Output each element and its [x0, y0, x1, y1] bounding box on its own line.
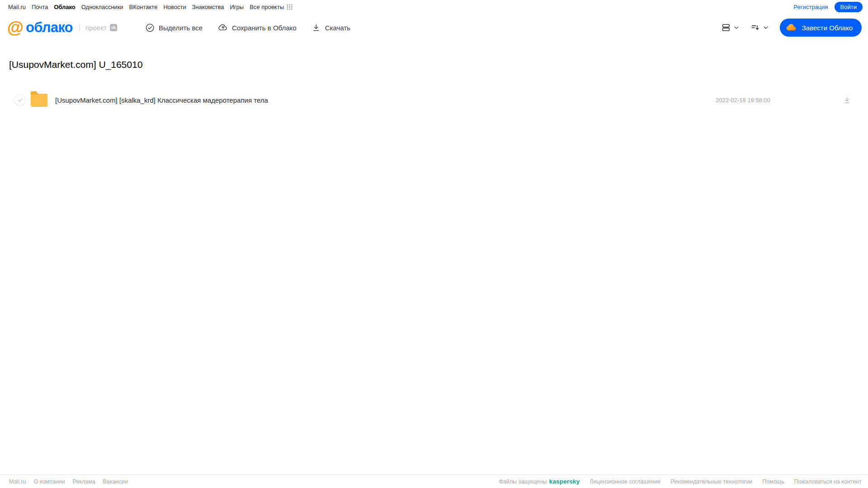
logo-divider: |	[79, 23, 81, 32]
topnav-link-igry[interactable]: Игры	[230, 4, 244, 10]
select-all-label: Выделить все	[159, 24, 203, 32]
vk-badge-icon: vk	[110, 24, 117, 31]
file-name-link[interactable]: [UsupovMarket.com] [skalka_krd] Классиче…	[55, 96, 268, 104]
report-content-link[interactable]: Пожаловаться на контент	[794, 479, 862, 485]
download-icon	[312, 23, 321, 32]
create-cloud-button[interactable]: Завести Облако	[780, 19, 862, 37]
topnav-link-vkontakte[interactable]: ВКонтакте	[129, 4, 158, 10]
protected-by-label: Файлы защищены	[499, 479, 547, 485]
save-to-cloud-label: Сохранить в Облако	[232, 24, 297, 32]
help-link[interactable]: Помощь	[762, 479, 784, 485]
download-label: Скачать	[325, 24, 350, 32]
topnav-link-oblako[interactable]: Облако	[54, 4, 76, 10]
sort-dropdown[interactable]	[750, 23, 769, 33]
topnav-link-vse-proekty[interactable]: Все проекты	[250, 4, 284, 10]
view-mode-icon	[721, 23, 731, 33]
check-circle-icon	[145, 23, 155, 33]
cloud-logo[interactable]: @ облако | проект vk	[7, 19, 117, 36]
save-to-cloud-button[interactable]: Сохранить в Облако	[218, 23, 297, 33]
file-toolbar: Выделить все Сохранить в Облако Скачать	[145, 23, 351, 33]
file-row[interactable]: [UsupovMarket.com] [skalka_krd] Классиче…	[0, 87, 868, 113]
file-checkbox[interactable]	[14, 94, 26, 106]
topnav-link-pochta[interactable]: Почта	[32, 4, 48, 10]
file-download-icon[interactable]	[843, 96, 851, 104]
topnav-link-znakomstva[interactable]: Знакомства	[192, 4, 224, 10]
footer-mailru-link[interactable]: Mail.ru	[9, 479, 26, 485]
file-date: 2022-02-19 19:58:00	[716, 97, 770, 104]
top-navigation-bar: Mail.ru Почта Облако Одноклассники ВКонт…	[0, 0, 868, 13]
kaspersky-logo: kaspersky	[549, 478, 580, 485]
recommendation-tech-link[interactable]: Рекомендательные технологии	[670, 479, 752, 485]
chevron-down-icon	[763, 24, 769, 31]
license-agreement-link[interactable]: Лицензионное соглашение	[590, 479, 661, 485]
cloud-upload-icon	[218, 23, 228, 33]
chevron-down-icon	[733, 24, 740, 31]
topnav-link-novosti[interactable]: Новости	[163, 4, 186, 10]
create-cloud-label: Завести Облако	[802, 24, 853, 32]
grid-icon[interactable]	[287, 4, 293, 10]
project-label: проект	[85, 24, 107, 32]
header-right-controls: Завести Облако	[721, 19, 862, 37]
view-mode-dropdown[interactable]	[721, 23, 740, 33]
about-company-link[interactable]: О компании	[34, 479, 65, 485]
kaspersky-protection[interactable]: Файлы защищены kaspersky	[499, 478, 580, 485]
login-button[interactable]: Войти	[835, 2, 863, 12]
registration-link[interactable]: Регистрация	[794, 4, 828, 10]
header-bar: @ облако | проект vk Выделить все Сохран…	[0, 13, 868, 43]
page-title: [UsupovMarket.com] U_165010	[9, 59, 868, 70]
mailru-at-icon: @	[7, 19, 24, 36]
topnav-link-odnoklassniki[interactable]: Одноклассники	[81, 4, 123, 10]
topnav-all-projects[interactable]: Все проекты	[250, 4, 293, 10]
folder-icon	[31, 94, 47, 107]
orange-cloud-icon	[786, 22, 797, 33]
footer-left-links: Mail.ru О компании Реклама Вакансии	[9, 479, 128, 485]
download-all-button[interactable]: Скачать	[312, 23, 350, 32]
footer-bar: Mail.ru О компании Реклама Вакансии Файл…	[0, 474, 868, 488]
footer-right-links: Файлы защищены kaspersky Лицензионное со…	[499, 478, 862, 485]
sort-icon	[750, 23, 760, 33]
vacancies-link[interactable]: Вакансии	[103, 479, 128, 485]
advertising-link[interactable]: Реклама	[72, 479, 95, 485]
cloud-wordmark: облако	[26, 19, 73, 36]
select-all-button[interactable]: Выделить все	[145, 23, 203, 33]
topnav-link-mailru[interactable]: Mail.ru	[8, 4, 26, 10]
